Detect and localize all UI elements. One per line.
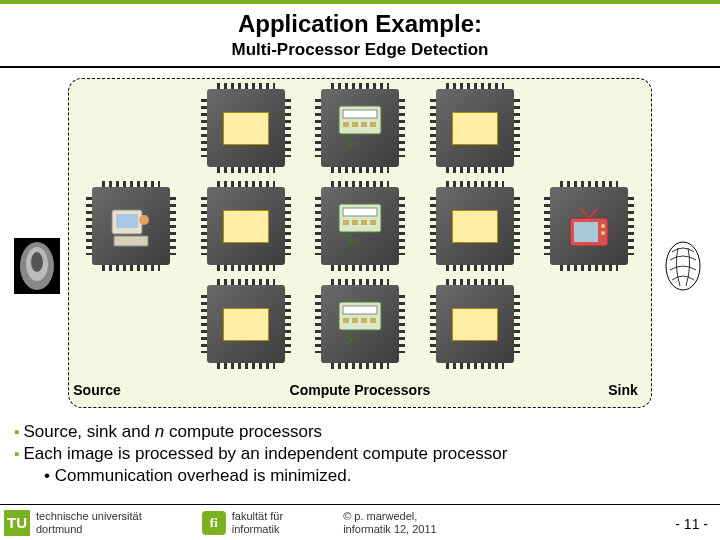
svg-text:5-: 5- — [345, 330, 358, 347]
calculator-icon: 5- — [333, 200, 387, 252]
fi-mark-icon: fi — [202, 511, 226, 535]
text-line: fakultät für — [232, 510, 283, 522]
tu-logo: TU technische universität dortmund — [4, 510, 142, 536]
slide-subtitle: Multi-Processor Edge Detection — [0, 40, 720, 60]
page-number: - 11 - — [675, 516, 708, 532]
label-compute: Compute Processors — [152, 382, 568, 398]
diagram-labels: Source Compute Processors Sink — [8, 382, 712, 398]
bullet-list: Source, sink and n compute processors Ea… — [14, 422, 706, 486]
text-line: © p. marwedel, — [343, 510, 437, 522]
diagram-area: 5- 5- 5- — [8, 78, 712, 408]
sub-bullet-item: Communication overhead is minimized. — [44, 466, 706, 486]
svg-rect-32 — [361, 318, 367, 323]
computer-icon — [104, 200, 158, 252]
faculty-block: fi fakultät für informatik — [202, 510, 283, 534]
tv-icon — [562, 200, 616, 252]
bullet-text: Source, sink and — [24, 422, 155, 441]
svg-rect-31 — [352, 318, 358, 323]
processor-row: 5- — [92, 282, 628, 366]
svg-rect-18 — [343, 208, 377, 216]
text-line: informatik — [232, 523, 283, 535]
compute-chip — [207, 187, 285, 265]
svg-rect-19 — [343, 220, 349, 225]
svg-rect-29 — [343, 306, 377, 314]
source-chip — [92, 187, 170, 265]
svg-rect-20 — [352, 220, 358, 225]
text: - — [675, 516, 684, 532]
svg-point-27 — [601, 231, 605, 235]
text-line: technische universität — [36, 510, 142, 522]
svg-rect-14 — [116, 214, 138, 228]
svg-point-16 — [139, 215, 149, 225]
bullet-item: Each image is processed by an independen… — [14, 444, 706, 464]
svg-text:5-: 5- — [345, 134, 358, 151]
bullet-italic: n — [155, 422, 164, 441]
svg-rect-22 — [370, 220, 376, 225]
compute-chip: 5- — [321, 187, 399, 265]
bullet-text: compute processors — [164, 422, 322, 441]
bullet-item: Source, sink and n compute processors — [14, 422, 706, 442]
svg-text:5-: 5- — [345, 232, 358, 249]
svg-rect-8 — [343, 122, 349, 127]
text-line: informatik 12, 2011 — [343, 523, 437, 535]
svg-rect-21 — [361, 220, 367, 225]
faculty-name: fakultät für informatik — [232, 510, 283, 534]
processor-grid: 5- 5- 5- — [92, 86, 628, 366]
svg-rect-7 — [343, 110, 377, 118]
slide-title: Application Example: — [0, 10, 720, 38]
svg-rect-9 — [352, 122, 358, 127]
svg-rect-25 — [574, 222, 598, 242]
svg-point-3 — [31, 252, 43, 272]
divider — [0, 66, 720, 68]
brain-image-source — [14, 238, 60, 294]
processor-row: 5- — [92, 86, 628, 170]
label-sink: Sink — [568, 382, 678, 398]
university-name: technische universität dortmund — [36, 510, 142, 534]
compute-chip: 5- — [321, 285, 399, 363]
bullet-text: Communication overhead is minimized. — [55, 466, 352, 485]
processor-row: 5- — [92, 184, 628, 268]
text: 11 — [684, 516, 700, 532]
footer: TU technische universität dortmund fi fa… — [0, 504, 720, 540]
svg-point-26 — [601, 224, 605, 228]
svg-rect-30 — [343, 318, 349, 323]
text-line: dortmund — [36, 523, 142, 535]
svg-rect-10 — [361, 122, 367, 127]
sink-chip — [550, 187, 628, 265]
compute-chip: 5- — [321, 89, 399, 167]
svg-rect-33 — [370, 318, 376, 323]
accent-bar — [0, 0, 720, 4]
bullet-text: Each image is processed by an independen… — [24, 444, 508, 463]
compute-chip — [436, 285, 514, 363]
brain-image-sink — [660, 238, 706, 294]
copyright: © p. marwedel, informatik 12, 2011 — [343, 510, 437, 534]
svg-rect-15 — [114, 236, 148, 246]
calculator-icon: 5- — [333, 298, 387, 350]
compute-chip — [207, 285, 285, 363]
label-source: Source — [42, 382, 152, 398]
tu-mark-icon: TU — [4, 510, 30, 536]
calculator-icon: 5- — [333, 102, 387, 154]
compute-chip — [207, 89, 285, 167]
compute-chip — [436, 187, 514, 265]
text: - — [699, 516, 708, 532]
compute-chip — [436, 89, 514, 167]
svg-rect-11 — [370, 122, 376, 127]
